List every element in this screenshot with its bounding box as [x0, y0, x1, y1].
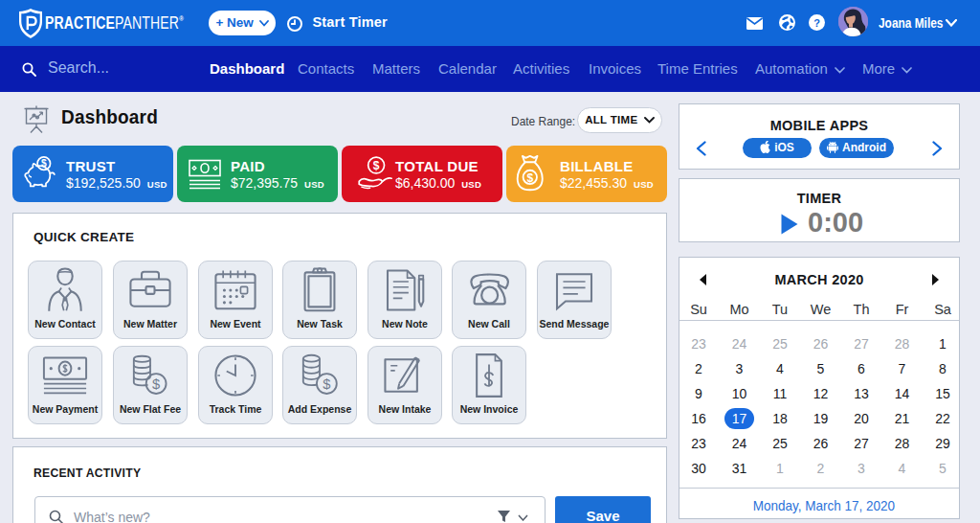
svg-text:$: $ [526, 171, 533, 185]
svg-text:?: ? [813, 17, 820, 29]
svg-text:$: $ [152, 376, 160, 392]
svg-text:$: $ [373, 159, 380, 172]
svg-text:$: $ [323, 376, 330, 392]
